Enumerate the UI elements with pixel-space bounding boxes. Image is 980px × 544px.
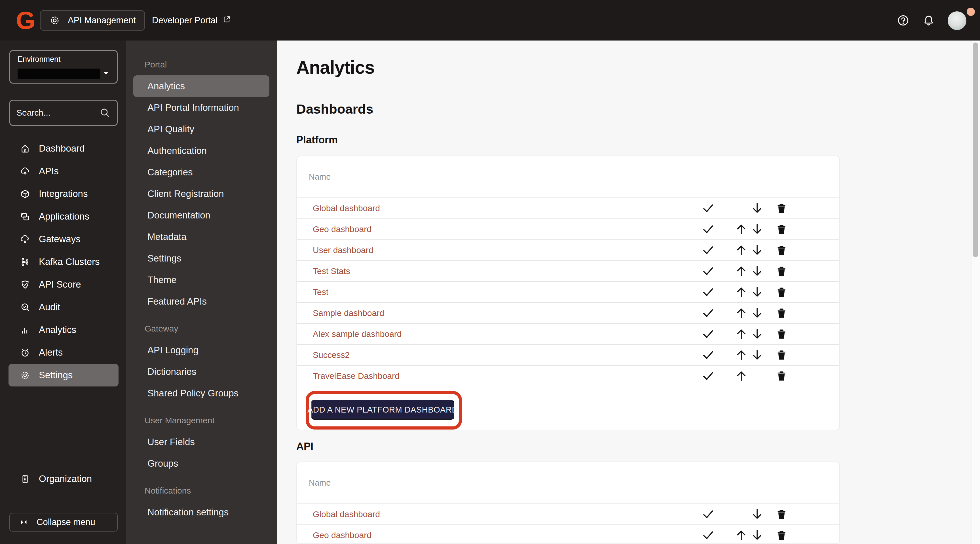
- dashboard-link[interactable]: Sample dashboard: [313, 308, 384, 318]
- move-up-button[interactable]: [735, 348, 748, 362]
- delete-button[interactable]: [776, 349, 788, 362]
- delete-button[interactable]: [776, 529, 788, 542]
- subnav-item-documentation[interactable]: Documentation: [133, 205, 269, 226]
- app-switcher-button[interactable]: API Management: [40, 10, 145, 30]
- delete-button[interactable]: [776, 328, 788, 341]
- sidebar-item-audit[interactable]: Audit: [8, 296, 119, 319]
- move-down-button[interactable]: [750, 528, 764, 542]
- move-down-button[interactable]: [750, 327, 764, 341]
- add-platform-dashboard-button[interactable]: ADD A NEW PLATFORM DASHBOARD: [311, 400, 454, 420]
- sidebar-item-integrations[interactable]: Integrations: [8, 182, 119, 205]
- delete-button[interactable]: [776, 285, 788, 299]
- move-down-button[interactable]: [750, 348, 764, 362]
- dashboard-link[interactable]: Test Stats: [313, 266, 350, 276]
- subnav-item-api-logging[interactable]: API Logging: [133, 339, 269, 361]
- subnav-item-analytics[interactable]: Analytics: [133, 75, 269, 97]
- sidebar-item-analytics[interactable]: Analytics: [8, 319, 119, 341]
- enabled-check-button[interactable]: [701, 348, 715, 362]
- move-up-button[interactable]: [735, 222, 748, 236]
- subnav-item-api-quality[interactable]: API Quality: [133, 119, 269, 140]
- move-down-button[interactable]: [750, 285, 764, 299]
- sidebar-item-settings[interactable]: Settings: [8, 364, 119, 387]
- table-row: Geo dashboard: [297, 525, 839, 544]
- enabled-check-button[interactable]: [701, 369, 715, 383]
- move-up-button[interactable]: [735, 243, 748, 257]
- environment-select[interactable]: Environment: [10, 50, 118, 84]
- sidebar-item-alerts[interactable]: Alerts: [8, 341, 119, 364]
- enabled-check-button[interactable]: [701, 201, 715, 215]
- dashboard-link[interactable]: User dashboard: [313, 245, 373, 255]
- move-down-button[interactable]: [750, 264, 764, 278]
- move-down-button[interactable]: [750, 222, 764, 236]
- enabled-check-button[interactable]: [701, 222, 715, 236]
- dashboard-link[interactable]: Alex sample dashboard: [313, 329, 402, 339]
- move-down-button[interactable]: [750, 306, 764, 320]
- subnav-item-theme[interactable]: Theme: [133, 269, 269, 291]
- subnav-item-client-registration[interactable]: Client Registration: [133, 183, 269, 205]
- enabled-check-button[interactable]: [701, 264, 715, 278]
- delete-button[interactable]: [776, 265, 788, 278]
- sidebar-item-api-score[interactable]: API Score: [8, 273, 119, 296]
- subnav-item-featured-apis[interactable]: Featured APIs: [133, 291, 269, 312]
- move-down-button[interactable]: [750, 201, 764, 215]
- sidebar-org-section: Organization: [8, 468, 119, 490]
- developer-portal-link[interactable]: Developer Portal: [152, 0, 231, 41]
- sidebar-item-apis[interactable]: APIs: [8, 160, 119, 182]
- delete-button[interactable]: [776, 508, 788, 521]
- dashboard-link[interactable]: Geo dashboard: [313, 224, 371, 234]
- subnav-item-dictionaries[interactable]: Dictionaries: [133, 361, 269, 382]
- collapse-menu-button[interactable]: Collapse menu: [10, 513, 118, 531]
- subnav-item-settings[interactable]: Settings: [133, 247, 269, 269]
- move-up-button[interactable]: [735, 327, 748, 341]
- move-up-button[interactable]: [735, 306, 748, 320]
- platform-heading: Platform: [296, 134, 338, 146]
- sidebar-item-organization[interactable]: Organization: [8, 468, 119, 490]
- enabled-check-button[interactable]: [701, 528, 715, 542]
- avatar[interactable]: [948, 11, 966, 30]
- delete-button[interactable]: [776, 244, 788, 257]
- notifications-button[interactable]: [922, 14, 935, 27]
- sidebar-item-dashboard[interactable]: Dashboard: [8, 137, 119, 160]
- delete-button[interactable]: [776, 223, 788, 236]
- move-up-button[interactable]: [735, 369, 748, 383]
- dashboard-link[interactable]: Success2: [313, 350, 350, 360]
- sidebar-search: [10, 100, 118, 126]
- enabled-check-button[interactable]: [701, 327, 715, 341]
- move-down-button[interactable]: [750, 243, 764, 257]
- move-down-button[interactable]: [750, 508, 764, 521]
- sidebar-item-kafka-clusters[interactable]: Kafka Clusters: [8, 251, 119, 273]
- subnav-item-notification-settings[interactable]: Notification settings: [133, 501, 269, 523]
- enabled-check-button[interactable]: [701, 306, 715, 320]
- subnav-item-categories[interactable]: Categories: [133, 162, 269, 183]
- table-row: User dashboard: [297, 239, 839, 260]
- dashboard-link[interactable]: Test: [313, 287, 328, 297]
- enabled-check-button[interactable]: [701, 285, 715, 299]
- delete-button[interactable]: [776, 370, 788, 382]
- table-row: Global dashboard: [297, 197, 839, 219]
- enabled-check-button[interactable]: [701, 508, 715, 521]
- enabled-check-button[interactable]: [701, 243, 715, 257]
- delete-button[interactable]: [776, 306, 788, 320]
- table-row: TravelEase Dashboard: [297, 365, 839, 386]
- dashboard-link[interactable]: Global dashboard: [313, 203, 380, 213]
- subnav-item-user-fields[interactable]: User Fields: [133, 431, 269, 453]
- subnav-item-groups[interactable]: Groups: [133, 453, 269, 474]
- sidebar-item-gateways[interactable]: Gateways: [8, 228, 119, 251]
- subnav-item-shared-policy-groups[interactable]: Shared Policy Groups: [133, 382, 269, 404]
- search-input[interactable]: [16, 108, 99, 117]
- dashboard-link[interactable]: TravelEase Dashboard: [313, 371, 399, 381]
- move-up-button[interactable]: [735, 264, 748, 278]
- delete-button[interactable]: [776, 202, 788, 215]
- subnav-section-portal: Portal: [126, 54, 277, 75]
- subnav-item-authentication[interactable]: Authentication: [133, 140, 269, 162]
- scrollbar-thumb[interactable]: [973, 43, 978, 257]
- help-button[interactable]: [897, 14, 910, 27]
- move-up-button[interactable]: [735, 285, 748, 299]
- dashboard-link[interactable]: Global dashboard: [313, 509, 380, 519]
- alerts-icon: [20, 347, 30, 358]
- subnav-item-metadata[interactable]: Metadata: [133, 226, 269, 247]
- dashboard-link[interactable]: Geo dashboard: [313, 530, 371, 540]
- sidebar-item-applications[interactable]: Applications: [8, 205, 119, 228]
- move-up-button[interactable]: [735, 528, 748, 542]
- subnav-item-api-portal-information[interactable]: API Portal Information: [133, 97, 269, 119]
